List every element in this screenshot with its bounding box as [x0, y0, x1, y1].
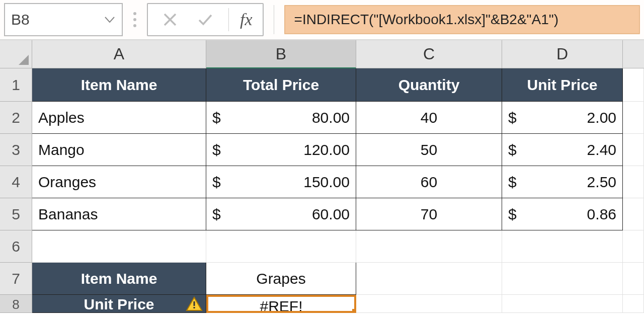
column-header-rest[interactable]: [623, 40, 644, 68]
column-header-C[interactable]: C: [356, 40, 502, 68]
fx-icon[interactable]: fx: [237, 10, 256, 29]
cell-A2[interactable]: Apples: [32, 102, 206, 134]
row-header-1[interactable]: 1: [0, 68, 32, 102]
cell-C1[interactable]: Quantity: [356, 68, 502, 102]
cell-C5[interactable]: 70: [356, 198, 502, 230]
cell-C6[interactable]: [356, 230, 502, 263]
row-header-7[interactable]: 7: [0, 263, 32, 295]
column-header-B[interactable]: B: [206, 40, 356, 68]
table-row: 5 Bananas $60.00 70 $0.86: [0, 198, 644, 230]
cancel-formula-icon[interactable]: [155, 7, 185, 32]
cell-D2[interactable]: $2.00: [502, 102, 623, 134]
row-header-6[interactable]: 6: [0, 230, 32, 263]
cell-blank[interactable]: [623, 166, 644, 198]
cell-B7[interactable]: Grapes: [206, 263, 356, 295]
svg-rect-1: [194, 307, 195, 308]
formula-text: =INDIRECT("[Workbook1.xlsx]"&B2&"A1"): [294, 12, 559, 28]
cell-C2[interactable]: 40: [356, 102, 502, 134]
formula-controls: fx: [147, 3, 264, 36]
cell-D5[interactable]: $0.86: [502, 198, 623, 230]
cell-A8[interactable]: Unit Price: [32, 295, 206, 313]
cell-B5[interactable]: $60.00: [206, 198, 356, 230]
cell-D7[interactable]: [502, 263, 623, 295]
cell-A6[interactable]: [32, 230, 206, 263]
column-header-D[interactable]: D: [502, 40, 623, 68]
cell-blank[interactable]: [623, 134, 644, 166]
separator: [274, 5, 274, 34]
cell-B4[interactable]: $150.00: [206, 166, 356, 198]
cell-C4[interactable]: 60: [356, 166, 502, 198]
cell-A4[interactable]: Oranges: [32, 166, 206, 198]
row-header-4[interactable]: 4: [0, 166, 32, 198]
cell-blank[interactable]: [623, 102, 644, 134]
cell-D4[interactable]: $2.50: [502, 166, 623, 198]
select-all-triangle[interactable]: [0, 40, 32, 68]
cell-D6[interactable]: [502, 230, 623, 263]
svg-rect-0: [194, 301, 195, 306]
column-header-row: A B C D: [0, 40, 644, 68]
row-header-3[interactable]: 3: [0, 134, 32, 166]
formula-input[interactable]: =INDIRECT("[Workbook1.xlsx]"&B2&"A1"): [284, 5, 640, 34]
cell-A7[interactable]: Item Name: [32, 263, 206, 295]
table-row: 4 Oranges $150.00 60 $2.50: [0, 166, 644, 198]
cell-B1[interactable]: Total Price: [206, 68, 356, 102]
cell-D1[interactable]: Unit Price: [502, 68, 623, 102]
row-header-5[interactable]: 5: [0, 198, 32, 230]
table-row: 2 Apples $80.00 40 $2.00: [0, 102, 644, 134]
separator: [228, 8, 229, 31]
cell-B3[interactable]: $120.00: [206, 134, 356, 166]
cell-B6[interactable]: [206, 230, 356, 263]
confirm-formula-icon[interactable]: [190, 7, 220, 32]
cell-blank[interactable]: [623, 263, 644, 295]
table-row: 1 Item Name Total Price Quantity Unit Pr…: [0, 68, 644, 102]
cell-C3[interactable]: 50: [356, 134, 502, 166]
cell-B8-selected[interactable]: #REF!: [206, 295, 356, 313]
row-header-2[interactable]: 2: [0, 102, 32, 134]
table-row: 6: [0, 230, 644, 263]
cell-C8[interactable]: [356, 295, 502, 313]
cell-C7[interactable]: [356, 263, 502, 295]
cell-blank[interactable]: [623, 295, 644, 313]
table-row: 7 Item Name Grapes: [0, 263, 644, 295]
cell-blank[interactable]: [623, 230, 644, 263]
column-header-A[interactable]: A: [32, 40, 206, 68]
spreadsheet-grid: A B C D 1 Item Name Total Price Quantity…: [0, 40, 644, 313]
cell-A3[interactable]: Mango: [32, 134, 206, 166]
cell-D3[interactable]: $2.40: [502, 134, 623, 166]
cell-blank[interactable]: [623, 198, 644, 230]
cell-D8[interactable]: [502, 295, 623, 313]
name-box-value: B8: [11, 11, 30, 28]
cell-A1[interactable]: Item Name: [32, 68, 206, 102]
table-row: 3 Mango $120.00 50 $2.40: [0, 134, 644, 166]
row-header-8[interactable]: 8: [0, 295, 32, 313]
formula-bar: B8 fx =INDIRECT("[Workbook1.xlsx]"&B2&"A…: [0, 0, 644, 40]
cell-blank[interactable]: [623, 68, 644, 102]
dropdown-caret-icon[interactable]: [105, 17, 115, 23]
warning-icon[interactable]: [186, 296, 203, 311]
vertical-ellipsis-icon[interactable]: [130, 12, 140, 27]
table-row: 8 Unit Price #REF!: [0, 295, 644, 313]
cell-A5[interactable]: Bananas: [32, 198, 206, 230]
name-box[interactable]: B8: [4, 3, 123, 36]
cell-B2[interactable]: $80.00: [206, 102, 356, 134]
